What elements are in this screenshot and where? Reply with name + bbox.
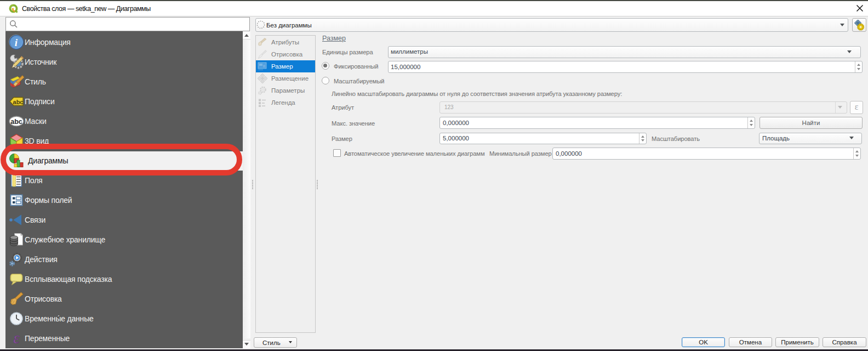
svg-text:abc: abc xyxy=(10,118,22,126)
svg-text:ε: ε xyxy=(13,331,20,346)
svg-text:abc: abc xyxy=(13,99,24,105)
svg-text:i: i xyxy=(15,37,18,48)
